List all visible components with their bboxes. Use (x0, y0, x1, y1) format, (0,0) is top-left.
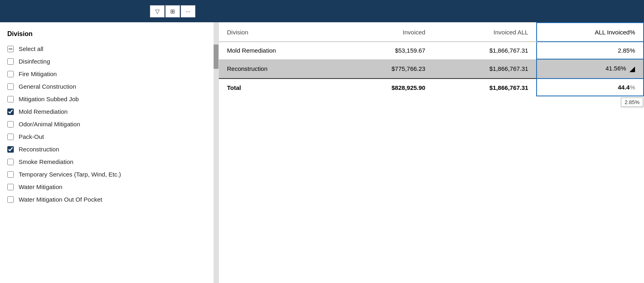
filter-item-disinfecting[interactable]: Disinfecting (0, 55, 218, 68)
cb-odor-animal[interactable] (7, 121, 14, 128)
cursor-icon: ◢ (629, 65, 635, 73)
filter-item-water-mitigation-oop[interactable]: Water Mitigation Out Of Pocket (0, 193, 218, 206)
filter-item-mold-remediation[interactable]: Mold Remediation (0, 105, 218, 118)
table-icon: ⊞ (170, 8, 175, 15)
filter-item-pack-out[interactable]: Pack-Out (0, 130, 218, 143)
label-reconstruction[interactable]: Reconstruction (19, 146, 59, 153)
filter-item-mitigation-subbed-job[interactable]: Mitigation Subbed Job (0, 93, 218, 105)
cell-total-invoiced-all: $1,866,767.31 (433, 79, 537, 96)
table-row: Mold Remediation $53,159.67 $1,866,767.3… (219, 42, 644, 59)
cb-water-mitigation-oop[interactable] (7, 196, 14, 203)
table-total-row: Total $828,925.90 $1,866,767.31 44.4% 2.… (219, 79, 644, 96)
filter-item-smoke-remediation[interactable]: Smoke Remediation (0, 155, 218, 168)
label-water-mitigation[interactable]: Water Mitigation (19, 183, 62, 190)
label-mold-remediation[interactable]: Mold Remediation (19, 108, 68, 115)
label-mitigation-subbed-job[interactable]: Mitigation Subbed Job (19, 96, 79, 102)
select-all-checkbox[interactable] (7, 46, 14, 52)
cell-invoiced: $775,766.23 (340, 59, 434, 79)
cb-water-mitigation[interactable] (7, 184, 14, 190)
cell-invoiced-all: $1,866,767.31 (433, 59, 537, 79)
cell-division: Mold Remediation (219, 42, 340, 59)
table-view-button[interactable]: ⊞ (165, 5, 180, 17)
table-header-row: Division Invoiced Invoiced ALL ALL Invoi… (219, 23, 644, 42)
cell-invoiced: $53,159.67 (340, 42, 434, 59)
cb-mold-remediation[interactable] (7, 109, 14, 115)
filter-item-general-construction[interactable]: General Construction (0, 80, 218, 93)
cb-smoke-remediation[interactable] (7, 159, 14, 165)
cell-all-invoiced-pct: 2.85% (537, 42, 644, 59)
cb-general-construction[interactable] (7, 83, 14, 90)
label-fire-mitigation[interactable]: Fire Mitigation (19, 70, 57, 77)
cell-all-invoiced-pct: 41.56% ◢ (537, 59, 644, 79)
filter-icon: ▽ (155, 8, 160, 15)
th-invoiced: Invoiced (340, 23, 434, 42)
label-disinfecting[interactable]: Disinfecting (19, 58, 50, 65)
filter-button[interactable]: ▽ (150, 5, 165, 17)
cell-total-invoiced: $828,925.90 (340, 79, 434, 96)
filter-panel-header: Division (0, 27, 218, 43)
select-all-label[interactable]: Select all (19, 45, 43, 52)
label-general-construction[interactable]: General Construction (19, 83, 76, 90)
scrollbar-thumb[interactable] (214, 45, 218, 69)
filter-item-odor-animal[interactable]: Odor/Animal Mitigation (0, 118, 218, 130)
th-all-invoiced-pct: ALL Invoiced% (537, 23, 644, 42)
table-row: Reconstruction $775,766.23 $1,866,767.31… (219, 59, 644, 79)
label-smoke-remediation[interactable]: Smoke Remediation (19, 158, 73, 165)
th-division: Division (219, 23, 340, 42)
filter-item-temporary-services[interactable]: Temporary Services (Tarp, Wind, Etc.) (0, 168, 218, 181)
cb-disinfecting[interactable] (7, 58, 14, 65)
label-temporary-services[interactable]: Temporary Services (Tarp, Wind, Etc.) (19, 171, 121, 178)
tooltip-box: 2.85% (621, 98, 643, 107)
main-container: Division Select all Disinfecting Fire Mi… (0, 22, 644, 283)
more-options-button[interactable]: ··· (181, 5, 195, 17)
cb-mitigation-subbed-job[interactable] (7, 96, 14, 102)
cb-fire-mitigation[interactable] (7, 71, 14, 77)
cell-total-pct: 44.4% 2.85% (537, 79, 644, 96)
th-invoiced-all: Invoiced ALL (433, 23, 537, 42)
filter-panel: Division Select all Disinfecting Fire Mi… (0, 22, 219, 283)
top-bar: ▽ ⊞ ··· (0, 0, 644, 22)
toolbar-icons: ▽ ⊞ ··· (150, 5, 195, 17)
cb-pack-out[interactable] (7, 134, 14, 140)
data-table: Division Invoiced Invoiced ALL ALL Invoi… (219, 22, 644, 96)
cb-reconstruction[interactable] (7, 146, 14, 153)
cb-temporary-services[interactable] (7, 171, 14, 178)
scrollbar-track[interactable] (214, 22, 218, 283)
table-panel: Division Invoiced Invoiced ALL ALL Invoi… (219, 22, 644, 283)
label-pack-out[interactable]: Pack-Out (19, 133, 44, 140)
cell-division: Reconstruction (219, 59, 340, 79)
filter-select-all[interactable]: Select all (0, 43, 218, 55)
cell-total-label: Total (219, 79, 340, 96)
filter-item-fire-mitigation[interactable]: Fire Mitigation (0, 68, 218, 80)
label-odor-animal[interactable]: Odor/Animal Mitigation (19, 121, 80, 128)
label-water-mitigation-oop[interactable]: Water Mitigation Out Of Pocket (19, 196, 102, 203)
cell-invoiced-all: $1,866,767.31 (433, 42, 537, 59)
filter-item-water-mitigation[interactable]: Water Mitigation (0, 181, 218, 193)
filter-item-reconstruction[interactable]: Reconstruction (0, 143, 218, 155)
more-icon: ··· (186, 8, 190, 15)
